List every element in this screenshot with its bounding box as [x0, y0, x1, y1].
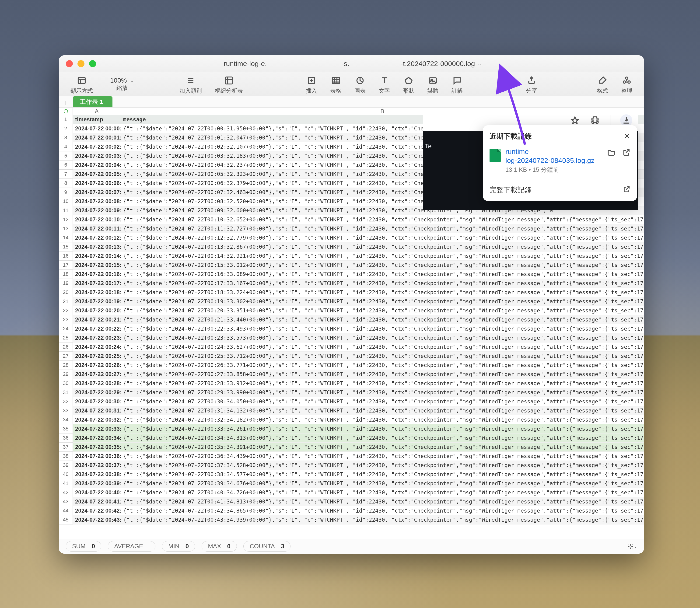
- tool-share[interactable]: 分享: [519, 72, 544, 96]
- cell-timestamp[interactable]: 2024-07-22 00:00:31: [73, 124, 121, 133]
- cell-message[interactable]: {"t":{"$date":"2024-07-22T00:18:33.224+0…: [121, 288, 644, 297]
- cell-message[interactable]: {"t":{"$date":"2024-07-22T00:27:33.858+0…: [121, 370, 644, 379]
- row-number[interactable]: 20: [59, 288, 73, 297]
- cell-timestamp[interactable]: 2024-07-22 00:22:33: [73, 324, 121, 334]
- cell-message[interactable]: {"t":{"$date":"2024-07-22T00:26:33.771+0…: [121, 361, 644, 370]
- cell-message[interactable]: {"t":{"$date":"2024-07-22T00:36:34.439+0…: [121, 452, 644, 461]
- tool-table[interactable]: 表格: [324, 72, 348, 96]
- cell-message[interactable]: {"t":{"$date":"2024-07-22T00:35:34.391+0…: [121, 442, 644, 452]
- downloads-icon[interactable]: [620, 114, 632, 127]
- downloads-footer[interactable]: 完整下載記錄: [483, 179, 637, 201]
- cell-timestamp[interactable]: 2024-07-22 00:08:32: [73, 197, 121, 206]
- cell-message[interactable]: {"t":{"$date":"2024-07-22T00:23:33.573+0…: [121, 334, 644, 342]
- row-number[interactable]: 18: [59, 270, 73, 279]
- table-row[interactable]: 232024-07-22 00:21:33{"t":{"$date":"2024…: [59, 315, 644, 324]
- cell-message[interactable]: {"t":{"$date":"2024-07-22T00:17:33.167+0…: [121, 279, 644, 288]
- sheet-tab-1[interactable]: 工作表 1: [73, 96, 112, 107]
- cell-timestamp[interactable]: 2024-07-22 00:42:34: [73, 506, 121, 515]
- cell-timestamp[interactable]: 2024-07-22 00:30:34: [73, 397, 121, 406]
- cell-timestamp[interactable]: 2024-07-22 00:32:34: [73, 415, 121, 424]
- cell-message[interactable]: {"t":{"$date":"2024-07-22T00:24:33.627+0…: [121, 342, 644, 352]
- stat-sum[interactable]: SUM 0: [66, 541, 101, 552]
- cell-timestamp[interactable]: 2024-07-22 00:11:32: [73, 224, 121, 233]
- tool-shape[interactable]: 形狀: [396, 72, 421, 96]
- cell-message[interactable]: {"t":{"$date":"2024-07-22T00:15:33.012+0…: [121, 261, 644, 270]
- cell-message[interactable]: {"t":{"$date":"2024-07-22T00:34:34.313+0…: [121, 434, 644, 442]
- cell-timestamp[interactable]: 2024-07-22 00:28:33: [73, 379, 121, 388]
- cell-timestamp[interactable]: 2024-07-22 00:02:32: [73, 142, 121, 151]
- tool-text[interactable]: 文字: [372, 72, 396, 96]
- row-number[interactable]: 11: [59, 206, 73, 215]
- table-row[interactable]: 262024-07-22 00:24:33{"t":{"$date":"2024…: [59, 342, 644, 352]
- cell-message[interactable]: {"t":{"$date":"2024-07-22T00:33:34.261+0…: [121, 424, 644, 434]
- cell-timestamp[interactable]: 2024-07-22 00:34:34: [73, 434, 121, 442]
- row-number[interactable]: 12: [59, 215, 73, 224]
- cell-timestamp[interactable]: 2024-07-22 00:20:33: [73, 306, 121, 315]
- row-number[interactable]: 39: [59, 461, 73, 470]
- download-item[interactable]: runtime- log-20240722-084035.log.gz 13.1…: [483, 144, 637, 179]
- header-cell-timestamp[interactable]: timestamp: [73, 115, 121, 124]
- row-number[interactable]: 34: [59, 415, 73, 424]
- cell-timestamp[interactable]: 2024-07-22 00:12:32: [73, 233, 121, 242]
- cell-timestamp[interactable]: 2024-07-22 00:39:34: [73, 479, 121, 488]
- download-file-name[interactable]: runtime- log-20240722-084035.log.gz: [505, 147, 603, 165]
- row-number[interactable]: 27: [59, 352, 73, 361]
- cell-message[interactable]: {"t":{"$date":"2024-07-22T00:13:32.867+0…: [121, 242, 644, 251]
- row-number[interactable]: 17: [59, 261, 73, 270]
- table-row[interactable]: 312024-07-22 00:29:33{"t":{"$date":"2024…: [59, 388, 644, 397]
- row-number[interactable]: 41: [59, 479, 73, 488]
- cell-message[interactable]: {"t":{"$date":"2024-07-22T00:21:33.440+0…: [121, 315, 644, 324]
- row-number[interactable]: 6: [59, 160, 73, 170]
- folder-icon[interactable]: [607, 148, 616, 158]
- cell-timestamp[interactable]: 2024-07-22 00:38:34: [73, 470, 121, 479]
- table-row[interactable]: 242024-07-22 00:22:33{"t":{"$date":"2024…: [59, 324, 644, 334]
- table-row[interactable]: 392024-07-22 00:37:34{"t":{"$date":"2024…: [59, 461, 644, 470]
- table-row[interactable]: 412024-07-22 00:39:34{"t":{"$date":"2024…: [59, 479, 644, 488]
- cell-timestamp[interactable]: 2024-07-22 00:36:34: [73, 452, 121, 461]
- row-number[interactable]: 40: [59, 470, 73, 479]
- row-number[interactable]: 9: [59, 188, 73, 197]
- row-number[interactable]: 7: [59, 170, 73, 179]
- cell-message[interactable]: {"t":{"$date":"2024-07-22T00:29:33.990+0…: [121, 388, 644, 397]
- minimize-window-button[interactable]: [77, 60, 84, 67]
- zoom-window-button[interactable]: [89, 60, 96, 67]
- row-number[interactable]: 16: [59, 251, 73, 261]
- cell-timestamp[interactable]: 2024-07-22 00:40:34: [73, 488, 121, 497]
- table-row[interactable]: 172024-07-22 00:15:33{"t":{"$date":"2024…: [59, 261, 644, 270]
- cell-timestamp[interactable]: 2024-07-22 00:26:33: [73, 361, 121, 370]
- table-row[interactable]: 132024-07-22 00:11:32{"t":{"$date":"2024…: [59, 224, 644, 233]
- table-row[interactable]: 372024-07-22 00:35:34{"t":{"$date":"2024…: [59, 442, 644, 452]
- cell-timestamp[interactable]: 2024-07-22 00:13:32: [73, 242, 121, 251]
- window-titlebar[interactable]: runtime-log-e. -s. -t.20240722-000000.lo…: [59, 55, 644, 72]
- table-row[interactable]: 302024-07-22 00:28:33{"t":{"$date":"2024…: [59, 379, 644, 388]
- cell-timestamp[interactable]: 2024-07-22 00:16:33: [73, 270, 121, 279]
- cell-message[interactable]: {"t":{"$date":"2024-07-22T00:12:32.779+0…: [121, 233, 644, 242]
- row-number[interactable]: 10: [59, 197, 73, 206]
- row-number[interactable]: 31: [59, 388, 73, 397]
- star-icon[interactable]: [570, 115, 580, 126]
- cell-message[interactable]: {"t":{"$date":"2024-07-22T00:28:33.912+0…: [121, 379, 644, 388]
- cell-message[interactable]: {"t":{"$date":"2024-07-22T00:19:33.302+0…: [121, 297, 644, 306]
- table-row[interactable]: 282024-07-22 00:26:33{"t":{"$date":"2024…: [59, 361, 644, 370]
- cell-message[interactable]: {"t":{"$date":"2024-07-22T00:30:34.050+0…: [121, 397, 644, 406]
- table-row[interactable]: 212024-07-22 00:19:33{"t":{"$date":"2024…: [59, 297, 644, 306]
- table-row[interactable]: 122024-07-22 00:10:32{"t":{"$date":"2024…: [59, 215, 644, 224]
- table-row[interactable]: 442024-07-22 00:42:34{"t":{"$date":"2024…: [59, 506, 644, 515]
- tool-insert[interactable]: 插入: [299, 72, 324, 96]
- row-number[interactable]: 24: [59, 324, 73, 334]
- table-row[interactable]: 452024-07-22 00:43:34{"t":{"$date":"2024…: [59, 515, 644, 525]
- row-number[interactable]: 2: [59, 124, 73, 133]
- stat-max[interactable]: MAX 0: [202, 541, 237, 552]
- row-number[interactable]: 3: [59, 133, 73, 142]
- cell-timestamp[interactable]: 2024-07-22 00:14:32: [73, 251, 121, 261]
- cell-message[interactable]: {"t":{"$date":"2024-07-22T00:31:34.132+0…: [121, 406, 644, 415]
- table-row[interactable]: 322024-07-22 00:30:34{"t":{"$date":"2024…: [59, 397, 644, 406]
- cell-message[interactable]: {"t":{"$date":"2024-07-22T00:32:34.182+0…: [121, 415, 644, 424]
- cell-message[interactable]: {"t":{"$date":"2024-07-22T00:43:34.939+0…: [121, 515, 644, 525]
- cell-timestamp[interactable]: 2024-07-22 00:06:32: [73, 179, 121, 188]
- cell-timestamp[interactable]: 2024-07-22 00:04:32: [73, 160, 121, 170]
- table-row[interactable]: 152024-07-22 00:13:32{"t":{"$date":"2024…: [59, 242, 644, 251]
- tool-chart[interactable]: 圖表: [348, 72, 372, 96]
- cell-message[interactable]: {"t":{"$date":"2024-07-22T00:40:34.726+0…: [121, 488, 644, 497]
- column-header-A[interactable]: A: [73, 108, 121, 115]
